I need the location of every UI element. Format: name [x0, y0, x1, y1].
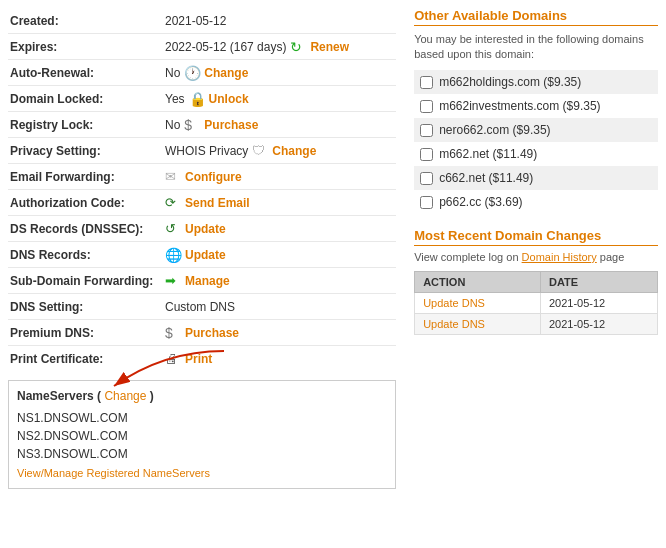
domain-options-list: m662holdings.com ($9.35)m662investments.… [414, 70, 658, 214]
info-row-9: DNS Records:🌐Update [8, 242, 396, 268]
row-action-cell-9: 🌐Update [165, 247, 226, 263]
row-label-3: Domain Locked: [10, 92, 165, 106]
domain-checkbox-3[interactable] [420, 148, 433, 161]
view-manage-nameservers-link[interactable]: View/Manage Registered NameServers [17, 467, 210, 479]
dns-icon: ↺ [165, 221, 181, 237]
row-action-cell-3: 🔒Unlock [189, 91, 249, 107]
dollar-icon: $ [165, 325, 181, 341]
changes-row-0: Update DNS2021-05-12 [415, 293, 658, 314]
domain-option-5: p662.cc ($3.69) [414, 190, 658, 214]
row-value-5: WHOIS Privacy [165, 144, 248, 158]
row-value-0: 2021-05-12 [165, 14, 226, 28]
code-icon: ⟳ [165, 195, 181, 211]
row-action-cell-2: 🕐Change [184, 65, 248, 81]
left-panel: Created:2021-05-12Expires:2022-05-12 (16… [8, 8, 406, 489]
changes-action-link-0[interactable]: Update DNS [423, 297, 485, 309]
info-row-1: Expires:2022-05-12 (167 days)↻Renew [8, 34, 396, 60]
renew-icon: ↻ [290, 39, 306, 55]
info-row-12: Premium DNS:$Purchase [8, 320, 396, 346]
changes-col-date: DATE [540, 272, 657, 293]
changes-tbody: Update DNS2021-05-12Update DNS2021-05-12 [415, 293, 658, 335]
row-action-cell-5: 🛡Change [252, 143, 316, 159]
nameservers-label: NameServers [17, 389, 94, 403]
domain-checkbox-5[interactable] [420, 196, 433, 209]
changes-action-cell-0: Update DNS [415, 293, 541, 314]
row-action-cell-4: $Purchase [184, 117, 258, 133]
changes-row-1: Update DNS2021-05-12 [415, 314, 658, 335]
recent-changes-desc: View complete log on Domain History page [414, 250, 658, 265]
row-action-link-1[interactable]: Renew [310, 40, 349, 54]
nameservers-box: NameServers ( Change ) NS1.DNSOWL.COMNS2… [8, 380, 396, 489]
domain-label-0: m662holdings.com ($9.35) [439, 75, 581, 89]
ns-entry-2: NS3.DNSOWL.COM [17, 445, 387, 463]
row-action-link-2[interactable]: Change [204, 66, 248, 80]
domain-label-2: nero662.com ($9.35) [439, 123, 550, 137]
row-action-link-5[interactable]: Change [272, 144, 316, 158]
shield-icon: 🛡 [252, 143, 268, 159]
row-action-link-7[interactable]: Send Email [185, 196, 250, 210]
row-label-2: Auto-Renewal: [10, 66, 165, 80]
row-action-cell-10: ➡Manage [165, 273, 230, 289]
recent-changes-title: Most Recent Domain Changes [414, 228, 658, 246]
row-action-cell-1: ↻Renew [290, 39, 349, 55]
domain-option-3: m662.net ($11.49) [414, 142, 658, 166]
row-label-12: Premium DNS: [10, 326, 165, 340]
info-row-3: Domain Locked:Yes🔒Unlock [8, 86, 396, 112]
row-label-11: DNS Setting: [10, 300, 165, 314]
domain-option-4: c662.net ($11.49) [414, 166, 658, 190]
row-value-2: No [165, 66, 180, 80]
info-row-11: DNS Setting:Custom DNS [8, 294, 396, 320]
row-action-cell-6: ✉Configure [165, 169, 242, 185]
domain-option-1: m662investments.com ($9.35) [414, 94, 658, 118]
domain-option-0: m662holdings.com ($9.35) [414, 70, 658, 94]
row-label-10: Sub-Domain Forwarding: [10, 274, 165, 288]
domain-label-1: m662investments.com ($9.35) [439, 99, 600, 113]
row-label-6: Email Forwarding: [10, 170, 165, 184]
changes-date-cell-0: 2021-05-12 [540, 293, 657, 314]
row-label-7: Authorization Code: [10, 196, 165, 210]
forward-icon: ➡ [165, 273, 181, 289]
row-action-link-8[interactable]: Update [185, 222, 226, 236]
info-row-8: DS Records (DNSSEC):↺Update [8, 216, 396, 242]
info-row-6: Email Forwarding:✉Configure [8, 164, 396, 190]
ns-entry-0: NS1.DNSOWL.COM [17, 409, 387, 427]
info-row-4: Registry Lock:No$Purchase [8, 112, 396, 138]
info-row-5: Privacy Setting:WHOIS Privacy🛡Change [8, 138, 396, 164]
right-panel: Other Available Domains You may be inter… [406, 8, 658, 489]
domain-history-link[interactable]: Domain History [522, 251, 597, 263]
row-value-4: No [165, 118, 180, 132]
row-action-cell-7: ⟳Send Email [165, 195, 250, 211]
row-label-0: Created: [10, 14, 165, 28]
domain-checkbox-2[interactable] [420, 124, 433, 137]
info-row-7: Authorization Code:⟳Send Email [8, 190, 396, 216]
row-action-link-4[interactable]: Purchase [204, 118, 258, 132]
row-action-link-9[interactable]: Update [185, 248, 226, 262]
changes-date-cell-1: 2021-05-12 [540, 314, 657, 335]
row-label-1: Expires: [10, 40, 165, 54]
available-domains-title: Other Available Domains [414, 8, 658, 26]
row-label-8: DS Records (DNSSEC): [10, 222, 165, 236]
changes-col-action: ACTION [415, 272, 541, 293]
lock-icon: 🔒 [189, 91, 205, 107]
info-row-0: Created:2021-05-12 [8, 8, 396, 34]
row-action-cell-12: $Purchase [165, 325, 239, 341]
row-action-link-10[interactable]: Manage [185, 274, 230, 288]
row-action-cell-8: ↺Update [165, 221, 226, 237]
domain-checkbox-4[interactable] [420, 172, 433, 185]
row-action-link-12[interactable]: Purchase [185, 326, 239, 340]
info-row-2: Auto-Renewal:No🕐Change [8, 60, 396, 86]
domain-checkbox-1[interactable] [420, 100, 433, 113]
domain-label-5: p662.cc ($3.69) [439, 195, 522, 209]
changes-action-link-1[interactable]: Update DNS [423, 318, 485, 330]
row-value-3: Yes [165, 92, 185, 106]
row-action-link-6[interactable]: Configure [185, 170, 242, 184]
info-row-10: Sub-Domain Forwarding:➡Manage [8, 268, 396, 294]
row-action-link-3[interactable]: Unlock [209, 92, 249, 106]
row-label-4: Registry Lock: [10, 118, 165, 132]
changes-table: ACTION DATE Update DNS2021-05-12Update D… [414, 271, 658, 335]
domain-label-4: c662.net ($11.49) [439, 171, 533, 185]
recent-changes-section: Most Recent Domain Changes View complete… [414, 228, 658, 335]
globe-icon: 🌐 [165, 247, 181, 263]
arrow-graphic [104, 346, 234, 396]
domain-checkbox-0[interactable] [420, 76, 433, 89]
